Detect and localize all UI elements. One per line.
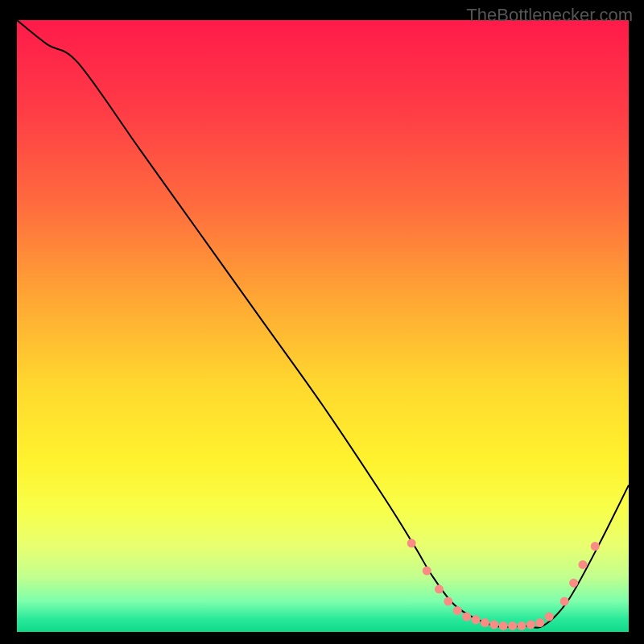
marker-dot <box>472 615 481 624</box>
marker-dot <box>535 618 544 627</box>
marker-dot <box>560 597 569 606</box>
gradient-background <box>17 20 629 632</box>
marker-dot <box>508 621 517 630</box>
marker-dot <box>481 618 489 627</box>
marker-dot <box>489 620 498 629</box>
plot-area <box>17 20 629 632</box>
marker-dot <box>444 597 452 606</box>
chart-container: TheBottlenecker.com <box>0 0 644 644</box>
marker-dot <box>569 579 578 588</box>
marker-dot <box>407 539 416 547</box>
marker-dot <box>423 567 431 576</box>
chart-svg <box>17 20 629 632</box>
marker-dot <box>591 542 600 551</box>
watermark-text: TheBottlenecker.com <box>466 5 633 26</box>
marker-dot <box>579 560 588 569</box>
marker-dot <box>453 606 462 615</box>
marker-dot <box>462 613 471 621</box>
marker-dot <box>435 584 444 593</box>
marker-dot <box>545 613 554 621</box>
marker-dot <box>526 620 535 629</box>
marker-dot <box>499 621 508 630</box>
marker-dot <box>518 621 526 630</box>
